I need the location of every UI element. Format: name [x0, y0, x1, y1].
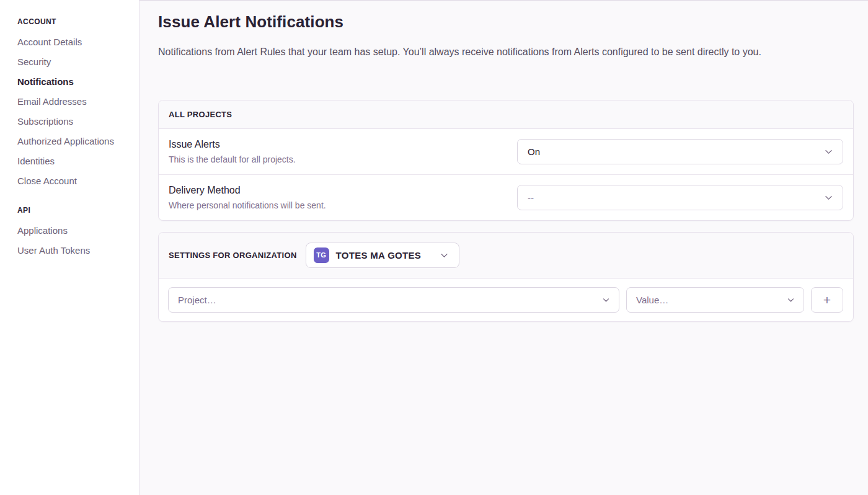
organization-avatar: TG [314, 248, 329, 263]
organization-settings-panel: SETTINGS FOR ORGANIZATION TG Totes Ma Go… [158, 232, 854, 322]
sidebar-section-account: ACCOUNT Account Details Security Notific… [17, 17, 131, 191]
delivery-method-field-text: Delivery Method Where personal notificat… [169, 185, 517, 210]
main-content: Issue Alert Notifications Notifications … [140, 12, 868, 347]
sidebar-section-header-account: ACCOUNT [17, 17, 131, 26]
issue-alerts-help: This is the default for all projects. [169, 154, 505, 164]
sidebar-item-security[interactable]: Security [17, 52, 131, 72]
delivery-method-select[interactable]: -- [517, 185, 843, 210]
delivery-method-label: Delivery Method [169, 185, 505, 196]
chevron-down-icon [824, 147, 833, 156]
sidebar-item-email-addresses[interactable]: Email Addresses [17, 92, 131, 112]
sidebar-item-close-account[interactable]: Close Account [17, 171, 131, 191]
all-projects-panel-header: ALL PROJECTS [159, 100, 853, 129]
add-override-button[interactable]: + [811, 287, 843, 313]
settings-sidebar: ACCOUNT Account Details Security Notific… [0, 0, 140, 495]
delivery-method-select-value: -- [528, 192, 534, 203]
page-title: Issue Alert Notifications [158, 12, 854, 32]
issue-alerts-select[interactable]: On [517, 139, 843, 164]
chevron-down-icon [440, 251, 449, 260]
sidebar-item-authorized-applications[interactable]: Authorized Applications [17, 132, 131, 151]
page-subtitle: Notifications from Alert Rules that your… [158, 45, 854, 59]
chevron-down-icon [602, 296, 610, 304]
sidebar-item-identities[interactable]: Identities [17, 151, 131, 171]
issue-alerts-label: Issue Alerts [169, 139, 505, 150]
organization-name: Totes Ma Gotes [336, 250, 422, 261]
organization-panel-header-label: SETTINGS FOR ORGANIZATION [169, 251, 297, 260]
chevron-down-icon [787, 296, 795, 304]
issue-alerts-select-value: On [528, 146, 540, 157]
sidebar-item-notifications[interactable]: Notifications [17, 72, 131, 92]
organization-select[interactable]: TG Totes Ma Gotes [306, 243, 460, 268]
sidebar-item-account-details[interactable]: Account Details [17, 32, 131, 52]
organization-panel-header: SETTINGS FOR ORGANIZATION TG Totes Ma Go… [159, 233, 853, 279]
plus-icon: + [823, 293, 831, 306]
project-select-placeholder: Project… [178, 295, 216, 305]
sidebar-item-applications[interactable]: Applications [17, 221, 131, 241]
issue-alerts-field-row: Issue Alerts This is the default for all… [159, 129, 853, 175]
sidebar-item-user-auth-tokens[interactable]: User Auth Tokens [17, 241, 131, 261]
project-select[interactable]: Project… [168, 287, 619, 313]
delivery-method-help: Where personal notifications will be sen… [169, 200, 505, 210]
project-override-row: Project… Value… + [159, 279, 853, 321]
sidebar-section-header-api: API [17, 206, 131, 215]
value-select-placeholder: Value… [636, 295, 668, 305]
chevron-down-icon [824, 193, 833, 202]
all-projects-panel: ALL PROJECTS Issue Alerts This is the de… [158, 100, 854, 221]
sidebar-item-subscriptions[interactable]: Subscriptions [17, 112, 131, 132]
sidebar-section-api: API Applications User Auth Tokens [17, 206, 131, 261]
delivery-method-field-row: Delivery Method Where personal notificat… [159, 175, 853, 220]
issue-alerts-field-text: Issue Alerts This is the default for all… [169, 139, 517, 164]
value-select[interactable]: Value… [626, 287, 804, 313]
